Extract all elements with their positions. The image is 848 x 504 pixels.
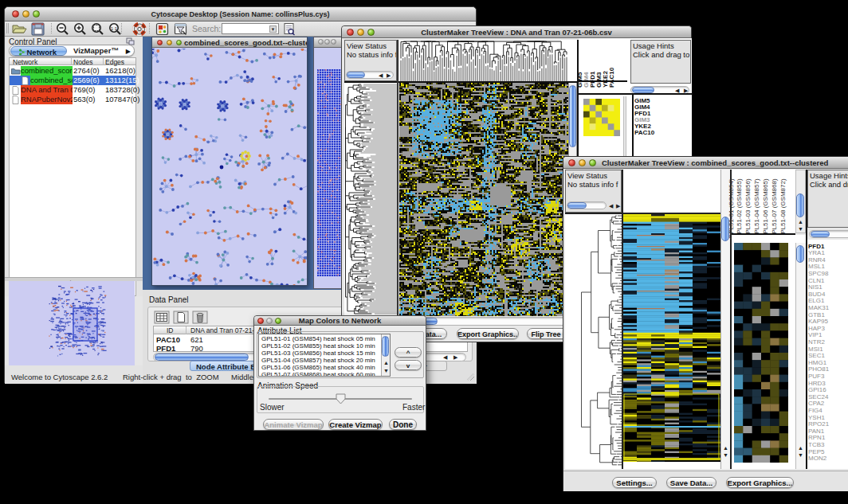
svg-text:1:1: 1:1 [111,26,118,31]
